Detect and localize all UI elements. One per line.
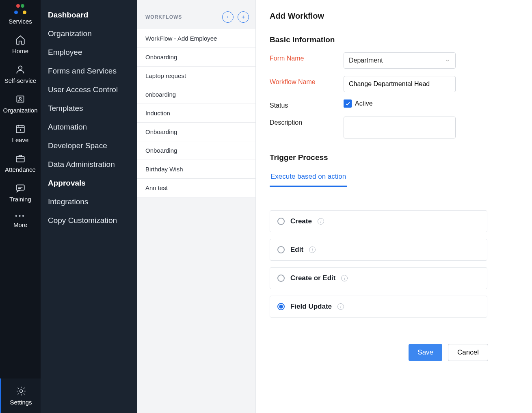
workflow-list-item[interactable]: Onboarding xyxy=(137,123,255,141)
nav-item-employee[interactable]: Employee xyxy=(41,43,137,62)
workflow-list-title: WORKFLOWS xyxy=(145,14,182,20)
rail-label: Services xyxy=(9,18,32,25)
back-button[interactable] xyxy=(222,11,234,23)
gear-icon xyxy=(16,386,26,396)
cancel-button[interactable]: Cancel xyxy=(448,344,488,361)
status-label: Status xyxy=(270,99,344,109)
active-label: Active xyxy=(355,100,373,107)
nav-item-integrations[interactable]: Integrations xyxy=(41,192,137,211)
calendar-icon xyxy=(15,123,26,134)
left-rail: Services Home Self-service Organization … xyxy=(0,0,41,413)
add-workflow-button[interactable] xyxy=(238,11,249,23)
rail-item-attendance[interactable]: Attendance xyxy=(0,147,41,177)
settings-nav: Dashboard Organization Employee Forms an… xyxy=(41,0,137,413)
rail-label: Attendance xyxy=(5,166,36,173)
description-textarea[interactable] xyxy=(344,117,456,138)
info-icon[interactable]: i xyxy=(341,275,348,281)
chevron-left-icon xyxy=(225,15,230,19)
form-name-value: Department xyxy=(349,57,383,64)
rail-label: Home xyxy=(12,48,28,54)
rail-label: Self-service xyxy=(4,77,36,84)
person-icon xyxy=(15,64,26,75)
form-name-label: Form Name xyxy=(270,52,344,62)
workflow-name-input[interactable] xyxy=(344,76,456,92)
brand-logo xyxy=(14,4,26,16)
nav-item-organization[interactable]: Organization xyxy=(41,24,137,43)
workflow-list-item[interactable]: Onboarding xyxy=(137,141,255,160)
radio-icon xyxy=(277,246,285,253)
trigger-label: Field Update xyxy=(290,303,332,311)
svg-point-0 xyxy=(19,66,22,69)
trigger-label: Create xyxy=(290,217,312,225)
nav-item-forms-services[interactable]: Forms and Services xyxy=(41,62,137,80)
rail-item-self-service[interactable]: Self-service xyxy=(0,58,41,88)
trigger-label: Create or Edit xyxy=(290,274,335,282)
nav-item-approvals[interactable]: Approvals xyxy=(41,174,137,192)
rail-item-leave[interactable]: Leave xyxy=(0,118,41,147)
rail-item-training[interactable]: Training xyxy=(0,177,41,207)
main-content: Add Workflow Basic Information Form Name… xyxy=(256,0,532,413)
rail-label: More xyxy=(13,221,27,228)
form-name-select[interactable]: Department xyxy=(344,52,456,69)
trigger-label: Edit xyxy=(290,246,303,254)
radio-icon xyxy=(277,303,285,310)
workflow-list-item[interactable]: Laptop request xyxy=(137,67,255,85)
workflow-list-item[interactable]: Onboarding xyxy=(137,48,255,67)
workflow-list-item[interactable]: Ann test xyxy=(137,179,255,197)
trigger-option-create[interactable]: Create i xyxy=(270,210,487,232)
rail-label: Settings xyxy=(10,399,32,406)
svg-point-6 xyxy=(19,390,22,393)
svg-rect-5 xyxy=(16,185,24,190)
radio-icon xyxy=(277,275,285,282)
tab-execute-action[interactable]: Execute based on action xyxy=(270,170,347,187)
active-checkbox[interactable] xyxy=(344,99,352,108)
dots-icon: ••• xyxy=(0,212,41,220)
rail-label: Leave xyxy=(12,136,29,143)
info-icon[interactable]: i xyxy=(337,303,344,310)
radio-icon xyxy=(277,218,285,225)
rail-item-services[interactable]: Services xyxy=(0,18,41,29)
svg-point-2 xyxy=(19,97,21,99)
nav-item-dashboard[interactable]: Dashboard xyxy=(41,6,137,24)
check-icon xyxy=(345,101,350,106)
rail-label: Training xyxy=(9,196,31,203)
rail-item-home[interactable]: Home xyxy=(0,29,41,58)
nav-item-user-access[interactable]: User Access Control xyxy=(41,80,137,99)
nav-item-data-admin[interactable]: Data Administration xyxy=(41,155,137,174)
workflow-name-label: Workflow Name xyxy=(270,76,344,86)
trigger-heading: Trigger Process xyxy=(270,153,532,162)
save-button[interactable]: Save xyxy=(409,344,442,361)
trigger-option-create-edit[interactable]: Create or Edit i xyxy=(270,267,487,289)
info-icon[interactable]: i xyxy=(318,218,324,225)
workflow-list-item[interactable]: Induction xyxy=(137,104,255,123)
rail-item-settings[interactable]: Settings xyxy=(0,378,41,413)
workflow-list-item[interactable]: WorkFlow - Add Employee xyxy=(137,29,255,48)
chevron-down-icon xyxy=(445,58,450,63)
basic-info-heading: Basic Information xyxy=(270,35,532,44)
nav-item-copy-customization[interactable]: Copy Customization xyxy=(41,211,137,230)
rail-label: Organization xyxy=(3,107,37,114)
svg-rect-4 xyxy=(16,157,24,162)
chat-icon xyxy=(15,183,26,193)
info-icon[interactable]: i xyxy=(309,247,316,253)
org-icon xyxy=(15,94,26,104)
briefcase-icon xyxy=(15,153,26,164)
workflow-list-item[interactable]: onboarding xyxy=(137,85,255,104)
description-label: Description xyxy=(270,117,344,126)
nav-item-templates[interactable]: Templates xyxy=(41,99,137,118)
rail-item-organization[interactable]: Organization xyxy=(0,88,41,118)
rail-item-more[interactable]: ••• More xyxy=(0,207,41,232)
workflow-list-item[interactable]: Birthday Wish xyxy=(137,160,255,179)
trigger-option-edit[interactable]: Edit i xyxy=(270,239,487,261)
nav-item-automation[interactable]: Automation xyxy=(41,118,137,136)
page-title: Add Workflow xyxy=(270,11,532,21)
svg-rect-3 xyxy=(16,125,24,132)
workflow-list-panel: WORKFLOWS WorkFlow - Add Employee Onboar… xyxy=(137,0,256,413)
trigger-option-field-update[interactable]: Field Update i xyxy=(270,296,487,318)
workflow-list-header: WORKFLOWS xyxy=(137,0,255,29)
home-icon xyxy=(15,35,26,45)
nav-item-developer-space[interactable]: Developer Space xyxy=(41,136,137,155)
plus-icon xyxy=(241,15,246,19)
